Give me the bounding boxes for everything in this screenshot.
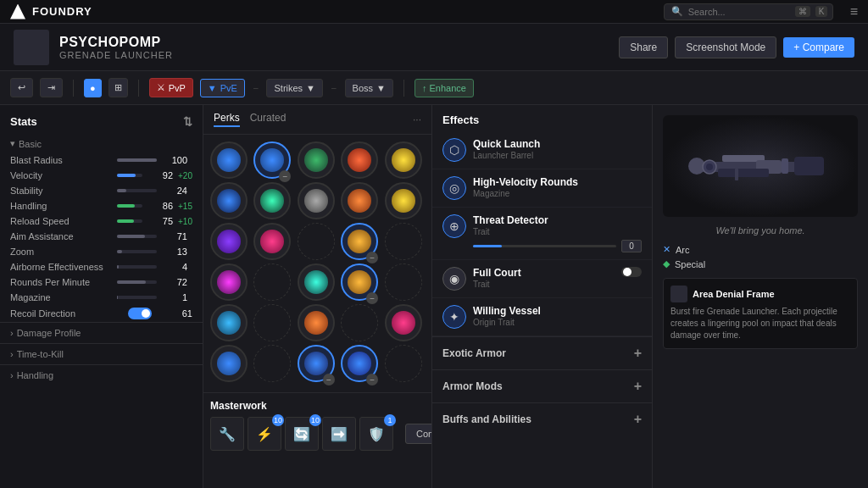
compare-button[interactable]: + Compare (783, 37, 854, 58)
view-mode-grid[interactable]: ⊞ (108, 78, 128, 97)
tab-perks[interactable]: Perks (214, 112, 240, 127)
perk-minus[interactable]: − (366, 252, 378, 263)
perk-item[interactable] (210, 345, 248, 382)
perk-item[interactable] (298, 141, 335, 179)
effect-sub: Magazine (473, 189, 642, 198)
perk-minus[interactable]: − (366, 374, 378, 385)
menu-icon[interactable]: ≡ (850, 4, 858, 19)
share-button[interactable]: Share (619, 36, 668, 58)
tab-curated[interactable]: Curated (250, 112, 287, 127)
perk-minus[interactable]: − (366, 292, 378, 304)
perk-item[interactable] (385, 141, 422, 179)
share-tool-button[interactable]: ⇥ (40, 78, 63, 97)
stat-bar-wrap (117, 280, 157, 284)
threat-detector-slider[interactable] (473, 245, 616, 247)
weapon-svg (684, 136, 837, 196)
stat-bonus: +10 (178, 217, 192, 226)
perk-item[interactable] (253, 182, 291, 219)
frame-icon (670, 286, 687, 302)
search-input[interactable] (688, 7, 790, 17)
exotic-armor-row[interactable]: Exotic Armor + (432, 336, 652, 369)
ttk-toggle[interactable]: › Time-to-Kill (0, 343, 203, 364)
stats-adjust-icon[interactable]: ⇅ (183, 115, 192, 128)
masterwork-item[interactable]: ➡️ (322, 417, 356, 451)
stat-name: Magazine (10, 292, 112, 302)
weapon-desc-text: Burst fire Grenade Launcher. Each projec… (670, 306, 850, 341)
screenshot-button[interactable]: Screenshot Mode (675, 36, 776, 58)
stat-bonus: +20 (178, 171, 192, 180)
recoil-toggle[interactable] (128, 308, 152, 319)
perk-minus[interactable]: − (279, 170, 291, 182)
effect-item-full-court: ◉ Full Court Trait (432, 260, 652, 298)
perk-item-empty (253, 345, 291, 382)
stat-row: Airborne Effectiveness 4 (0, 259, 203, 274)
view-mode-icon[interactable]: ● (84, 79, 102, 97)
weapon-name: PSYCHOPOMP (59, 35, 609, 50)
masterwork-item[interactable]: 🔄 10 (285, 417, 319, 451)
damage-profile-toggle[interactable]: › Damage Profile (0, 322, 203, 343)
chevron-right-icon-2: › (10, 349, 14, 359)
perk-minus[interactable]: − (323, 374, 335, 385)
pve-button[interactable]: ▼ PvE (200, 79, 245, 97)
pvp-button[interactable]: ⚔ PvP (149, 78, 193, 97)
stat-bar-wrap (117, 265, 157, 269)
quick-launch-icon: ⬡ (442, 138, 466, 162)
search-bar[interactable]: 🔍 ⌘ K (664, 3, 833, 20)
effect-sub: Trait (473, 227, 642, 236)
svg-rect-1 (794, 157, 824, 175)
stat-row: Aim Assistance 71 (0, 229, 203, 244)
perks-more-icon[interactable]: ··· (413, 114, 421, 125)
perk-item-selected[interactable]: − (298, 345, 335, 382)
compare-button-masterwork[interactable]: Compare (405, 424, 432, 444)
threat-detector-value[interactable]: 0 (621, 240, 642, 252)
effect-name: High-Velocity Rounds (473, 176, 642, 188)
buffs-abilities-row[interactable]: Buffs and Abilities + (432, 402, 652, 435)
perk-item-selected[interactable]: − (253, 141, 291, 179)
perk-item[interactable] (210, 182, 248, 219)
strikes-button[interactable]: Strikes ▼ (266, 79, 323, 97)
perk-item[interactable] (385, 182, 422, 219)
effect-info: Threat Detector Trait 0 (473, 214, 642, 252)
armor-mods-row[interactable]: Armor Mods + (432, 369, 652, 402)
handling-toggle[interactable]: › Handling (0, 364, 203, 385)
perks-tabs: Perks Curated (214, 112, 286, 127)
undo-button[interactable]: ↩ (10, 78, 33, 97)
perk-item-selected[interactable]: − (341, 345, 378, 382)
stat-value: 75 (147, 216, 173, 226)
enhance-button[interactable]: ↑ Enhance (415, 79, 474, 97)
perk-item[interactable] (298, 182, 335, 219)
stat-value: 4 (162, 262, 187, 272)
app-title: FOUNDRY (32, 5, 92, 18)
svg-rect-5 (718, 169, 769, 177)
masterwork-item[interactable]: 🔧 (210, 417, 244, 451)
stat-bonus: +15 (178, 202, 192, 211)
masterwork-item[interactable]: ⚡ 10 (248, 417, 281, 451)
perk-item-selected[interactable]: − (341, 223, 378, 260)
special-icon: ◆ (663, 258, 670, 269)
slider-fill (473, 245, 502, 247)
perk-item[interactable] (298, 263, 335, 301)
perk-item[interactable] (341, 182, 378, 219)
stat-row: Blast Radius 100 (0, 152, 203, 168)
chevron-right-icon-3: › (10, 370, 14, 380)
sep-2: – (331, 83, 337, 92)
perk-item-selected[interactable]: − (341, 263, 378, 301)
perk-item[interactable] (385, 304, 422, 341)
perk-item[interactable] (210, 304, 248, 341)
perk-item[interactable] (298, 304, 335, 341)
masterwork-item[interactable]: 🛡️ 1 (359, 417, 393, 451)
boss-button[interactable]: Boss ▼ (345, 79, 393, 97)
stats-section-basic: ▾ Basic (0, 135, 203, 152)
stat-bar-wrap (117, 174, 142, 177)
perk-item[interactable] (210, 141, 248, 179)
foundry-logo-icon (10, 4, 25, 19)
perk-item[interactable] (210, 263, 248, 301)
perk-item-empty (385, 263, 422, 301)
high-velocity-icon: ◎ (442, 176, 466, 200)
full-court-toggle[interactable] (621, 267, 642, 277)
effect-item-quick-launch: ⬡ Quick Launch Launcher Barrel (432, 131, 652, 169)
perk-item[interactable] (253, 223, 291, 260)
perk-item[interactable] (210, 223, 248, 260)
perk-item[interactable] (341, 141, 378, 179)
effect-name: Quick Launch (473, 138, 642, 150)
